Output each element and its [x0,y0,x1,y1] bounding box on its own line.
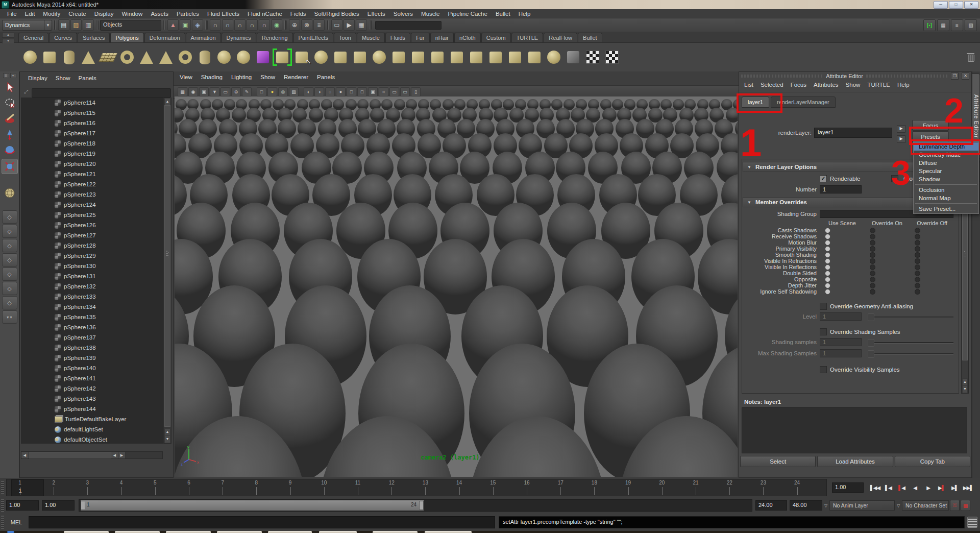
list-item[interactable]: pSphere137 [21,332,163,343]
modeling-toolkit-toggle-icon[interactable]: ▧ [965,19,977,31]
radio-use-scene[interactable] [825,234,830,239]
tool-settings-toggle-icon[interactable]: ≡ [951,19,963,31]
outliner-search-input[interactable] [32,88,171,98]
radio-override-off[interactable] [915,289,920,295]
chevron-down-icon[interactable]: ▽ [822,503,829,508]
shelf-tab-custom[interactable]: Custom [481,33,511,42]
scrollbar-thumb[interactable] [29,452,111,458]
playback-end-field[interactable]: 24.00 [755,500,787,511]
attribute-editor-toggle-icon[interactable]: [▪] [923,19,936,31]
radio-override-on[interactable] [870,264,875,270]
grease-pencil-icon[interactable]: ✎ [242,87,252,96]
ae-menu-turtle[interactable]: TURTLE [867,82,890,92]
script-editor-icon[interactable] [967,517,977,528]
shadows-icon[interactable]: ◑ [314,87,324,96]
menu-soft-rigid-bodies[interactable]: Soft/Rigid Bodies [310,11,363,17]
list-item[interactable]: pSphere136 [21,322,163,332]
list-item[interactable]: pSphere126 [21,220,163,230]
preset-specular[interactable]: Specular [914,167,978,175]
slider-handle[interactable] [868,350,874,358]
load-attributes-button[interactable]: Load Attributes [817,456,893,467]
append-polygon-icon[interactable]: ↖ [293,48,310,66]
extrude-icon[interactable] [487,48,504,66]
go-to-start-button[interactable]: ▌◀◀ [869,481,881,494]
multi-cut-icon[interactable] [429,48,446,66]
playback-start-field[interactable]: 1.00 [42,500,75,511]
list-item[interactable]: pSphere122 [21,179,163,189]
safe-title-icon[interactable]: ▯ [411,87,421,96]
scroll-left-icon[interactable]: ◀ [21,452,29,458]
preset-shadow[interactable]: Shadow [914,175,978,183]
extract-icon[interactable] [351,48,369,66]
animation-preferences-icon[interactable]: ▩ [961,500,970,511]
poly-cone-icon[interactable] [80,48,97,66]
last-tool-button[interactable] [2,186,17,200]
play-forwards-button[interactable]: ▶ [922,481,935,494]
radio-override-on[interactable] [870,234,875,239]
render-layer-name-field[interactable]: layer1 [814,128,892,138]
xray-icon[interactable]: □ [347,87,356,96]
textured-icon[interactable]: ▧ [289,87,299,96]
open-scene-icon[interactable]: ▨ [70,19,82,31]
scroll-left-icon[interactable]: ◀ [111,452,118,458]
play-backwards-button[interactable]: ◀ [909,481,921,494]
channel-box-toggle-icon[interactable]: ▦ [937,19,949,31]
rotate-tool[interactable] [2,143,17,157]
layout-more-button[interactable]: ▾ ▾ [2,310,17,324]
select-camera-icon[interactable]: ▦ [178,87,187,96]
shelf-tab-fluids[interactable]: Fluids [385,33,410,42]
outliner-persp-layout-button[interactable]: ◇ [2,253,17,266]
menu-bullet[interactable]: Bullet [492,11,514,17]
float-panel-icon[interactable]: ❐ [951,72,959,80]
minimize-button[interactable]: ─ [934,1,948,9]
snap-point-icon[interactable]: ∩ [234,19,246,31]
step-back-key-button[interactable]: ▌◀ [882,481,895,494]
shelf-tab-ncloth[interactable]: nCloth [454,33,481,42]
shading-samples-slider[interactable] [868,339,953,346]
2d-pan-zoom-icon[interactable]: ⊕ [231,87,241,96]
list-item[interactable]: TurtleDefaultBakeLayer [21,414,163,424]
list-item[interactable]: pSphere139 [21,353,163,363]
list-item[interactable]: pSphere138 [21,343,163,353]
close-button[interactable]: ✕ [964,1,978,9]
snap-grid-icon[interactable]: ∩ [210,19,221,31]
menu-solvers[interactable]: Solvers [389,11,417,17]
trash-icon[interactable] [967,53,975,62]
poly-prism-icon[interactable] [138,48,155,66]
radio-override-off[interactable] [915,271,920,276]
range-slider-track[interactable]: 1 24 [79,499,752,512]
poly-soccer-icon[interactable] [215,48,233,66]
scroll-right-icon[interactable]: ▶ [118,452,126,458]
range-start-handle[interactable] [81,501,85,510]
menu-fields[interactable]: Fields [286,11,310,17]
menu-pipeline-cache[interactable]: Pipeline Cache [444,11,492,17]
viewport-menu-shading[interactable]: Shading [201,74,223,85]
new-scene-icon[interactable]: ▤ [58,19,69,31]
menu-particles[interactable]: Particles [173,11,203,17]
close-panel-icon[interactable]: ✕ [962,72,969,80]
bevel-icon[interactable] [506,48,524,66]
bridge-icon[interactable] [468,48,485,66]
list-item[interactable]: pSphere135 [21,312,163,322]
lock-camera-icon[interactable]: ◉ [188,87,198,96]
viewport-menu-panels[interactable]: Panels [317,74,335,85]
drag-handle[interactable] [1,499,4,512]
poly-sphere-icon[interactable] [21,48,39,66]
slider-handle[interactable] [868,339,874,347]
mirror-icon[interactable] [526,48,543,66]
shelf-tab-dynamics[interactable]: Dynamics [222,33,256,42]
list-item[interactable]: defaultLightSet [21,424,163,434]
ae-menu-attributes[interactable]: Attributes [814,82,839,92]
scroll-up-icon[interactable]: ▲ [164,428,170,436]
separate-icon[interactable] [332,48,349,66]
gate-mask-icon[interactable]: ▭ [400,87,410,96]
menu-fluid-effects[interactable]: Fluid Effects [203,11,243,17]
radio-use-scene[interactable] [825,264,830,270]
input-connection-icon[interactable]: ▶ [897,125,905,133]
ipr-render-icon[interactable]: ▶ [344,19,355,31]
isolate-select-icon[interactable]: ▣ [368,87,378,96]
list-item[interactable]: pSphere116 [21,118,163,128]
ae-menu-focus[interactable]: Focus [791,82,806,92]
poly-helix-icon[interactable] [196,48,213,66]
paint-select-tool[interactable] [2,111,17,126]
